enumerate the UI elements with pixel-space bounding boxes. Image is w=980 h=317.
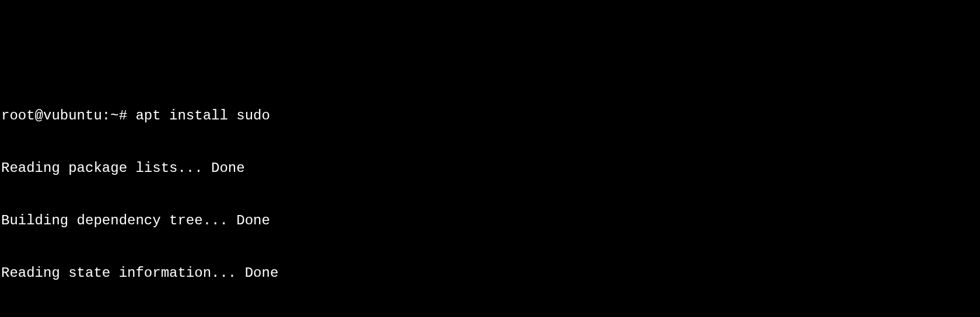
terminal-line: Building dependency tree... Done — [1, 212, 979, 230]
terminal-line: root@vubuntu:~# apt install sudo — [1, 107, 979, 125]
terminal-output[interactable]: root@vubuntu:~# apt install sudo Reading… — [1, 72, 979, 317]
terminal-line: Reading state information... Done — [1, 265, 979, 282]
terminal-line: Reading package lists... Done — [1, 160, 979, 177]
